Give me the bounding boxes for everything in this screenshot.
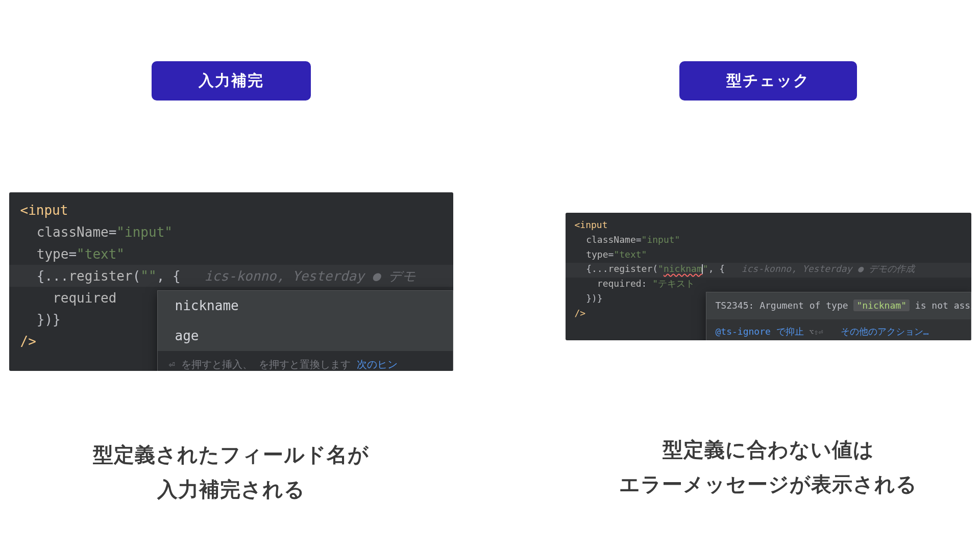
caption-typecheck: 型定義に合わない値は エラーメッセージが表示される [619,432,917,502]
code-line: {...register("", { ics-konno, Yesterday … [20,265,453,287]
autocomplete-item[interactable]: nickname [158,291,453,321]
code-line: type="text" [20,243,453,265]
git-blame: ics-konno, Yesterday ● デモ [205,268,416,284]
caption-autocomplete: 型定義されたフィールド名が 入力補完される [93,437,369,507]
code-line: {...register("nicknam", { ics-konno, Yes… [575,262,971,277]
code-line: className="input" [575,233,971,247]
error-squiggle: nicknam [664,263,702,274]
autocomplete-popup[interactable]: nickname age ⏎ を押すと挿入、 を押すと置換します 次のヒン [157,290,453,371]
autocomplete-hint: ⏎ を押すと挿入、 を押すと置換します 次のヒン [158,351,453,371]
code-line: required: "テキスト [575,277,971,291]
editor-typecheck: <input className="input" type="text" {..… [566,213,971,340]
code-line: type="text" [575,247,971,262]
error-popup[interactable]: TS2345: Argument of type "nicknam" is no… [706,292,971,340]
action-ts-ignore[interactable]: @ts-ignore で抑止 ⌥⇧⏎ [716,324,823,339]
action-more[interactable]: その他のアクション… [841,324,929,339]
tag-typecheck: 型チェック [679,61,857,101]
git-blame: ics-konno, Yesterday ● デモの作成 [742,263,915,274]
error-message: TS2345: Argument of type "nicknam" is no… [706,292,971,319]
editor-autocomplete: <input className="input" type="text" {..… [9,192,453,371]
column-autocomplete: 入力補完 <input className="input" type="text… [9,61,453,507]
column-typecheck: 型チェック <input className="input" type="tex… [566,61,971,507]
code-line: <input [575,218,971,233]
tag-autocomplete: 入力補完 [152,61,311,101]
code-line: className="input" [20,221,453,243]
error-actions: @ts-ignore で抑止 ⌥⇧⏎ その他のアクション… [706,319,971,340]
autocomplete-item[interactable]: age [158,321,453,351]
code-line: <input [20,199,453,221]
